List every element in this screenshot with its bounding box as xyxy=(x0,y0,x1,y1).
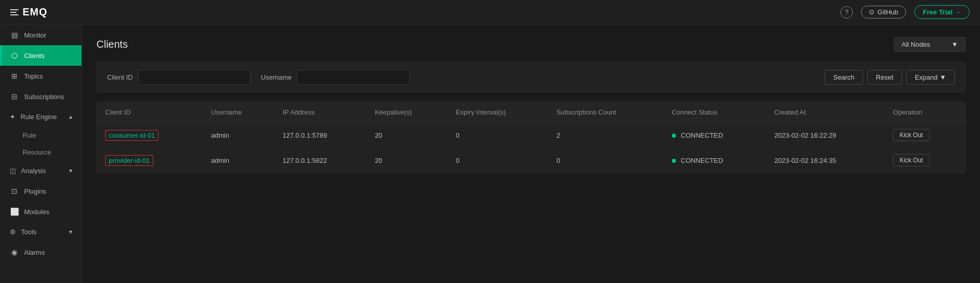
sidebar-item-rule-engine[interactable]: ✦ Rule Engine ▲ xyxy=(0,107,82,127)
search-button[interactable]: Search xyxy=(825,70,863,85)
sidebar-item-label: Monitor xyxy=(24,31,46,39)
username-input[interactable] xyxy=(297,70,410,85)
sidebar-item-label: Resource xyxy=(23,148,51,156)
cell-expiry-interval: 0 xyxy=(448,148,548,173)
col-connect-status: Connect Status xyxy=(664,102,766,123)
col-keepalive: Keepalive(s) xyxy=(367,102,448,123)
monitor-icon: ▤ xyxy=(10,31,19,39)
col-client-id: Client ID xyxy=(97,102,203,123)
plugins-icon: ⊡ xyxy=(10,187,19,195)
sidebar-item-label: Tools xyxy=(21,228,36,236)
sidebar-item-monitor[interactable]: ▤ Monitor xyxy=(0,25,82,45)
github-icon: ⊙ xyxy=(869,8,874,16)
github-label: GitHub xyxy=(877,8,898,16)
sidebar-item-analysis[interactable]: ◫ Analysis ▼ xyxy=(0,161,82,181)
main-content: Clients All Nodes ▼ Client ID Username S… xyxy=(82,25,980,283)
nodes-dropdown[interactable]: All Nodes ▼ xyxy=(894,37,966,52)
logo-text: EMQ xyxy=(23,6,48,18)
sidebar-item-resource[interactable]: Resource xyxy=(0,144,82,161)
filter-client-id-field: Client ID xyxy=(107,70,251,85)
filter-username-field: Username xyxy=(261,70,410,85)
cell-created-at: 2023-02-02 16:24:35 xyxy=(766,148,885,173)
github-button[interactable]: ⊙ GitHub xyxy=(861,6,906,18)
expand-label: Expand xyxy=(915,73,937,81)
cell-operation: Kick Out xyxy=(885,123,965,148)
topics-icon: ⊞ xyxy=(10,72,19,80)
tools-icon: ⚙ xyxy=(10,228,16,236)
clients-table-container: Client ID Username IP Address Keepalive(… xyxy=(96,102,966,173)
sidebar-item-clients[interactable]: ⬡ Clients xyxy=(0,45,82,66)
sidebar-item-topics[interactable]: ⊞ Topics xyxy=(0,66,82,86)
cell-ip-address: 127.0.0.1:5822 xyxy=(274,148,367,173)
cell-subscriptions-count: 0 xyxy=(548,148,664,173)
client-id-input[interactable] xyxy=(138,70,251,85)
help-button[interactable]: ? xyxy=(841,6,853,18)
sidebar-item-label: Subscriptions xyxy=(24,93,64,101)
sidebar-item-label: Modules xyxy=(24,208,49,216)
kick-out-button[interactable]: Kick Out xyxy=(893,129,929,141)
logo: EMQ xyxy=(10,6,48,18)
modules-icon: ⬜ xyxy=(10,207,19,216)
cell-client-id: provider-id-01 xyxy=(97,148,203,173)
reset-button[interactable]: Reset xyxy=(867,70,902,85)
sidebar-item-label: Clients xyxy=(24,52,45,60)
cell-created-at: 2023-02-02 16:22:29 xyxy=(766,123,885,148)
status-text: CONNECTED xyxy=(681,131,723,139)
client-id-label: Client ID xyxy=(107,73,133,81)
status-dot xyxy=(672,134,676,138)
sidebar-item-label: Topics xyxy=(24,72,43,80)
kick-out-button[interactable]: Kick Out xyxy=(893,154,929,166)
chevron-down-icon: ▼ xyxy=(68,168,73,174)
sidebar-item-plugins[interactable]: ⊡ Plugins xyxy=(0,181,82,201)
table-row: provider-id-01 admin 127.0.0.1:5822 20 0… xyxy=(97,148,965,173)
cell-username: admin xyxy=(203,123,274,148)
topnav-right: ? ⊙ GitHub Free Trial → xyxy=(841,5,970,19)
client-id-link[interactable]: provider-id-01 xyxy=(105,155,153,166)
status-dot xyxy=(672,159,676,163)
sidebar-item-subscriptions[interactable]: ⊟ Subscriptions xyxy=(0,86,82,107)
sidebar-item-rule[interactable]: Rule xyxy=(0,127,82,144)
col-operation: Operation xyxy=(885,102,965,123)
cell-connect-status: CONNECTED xyxy=(664,123,766,148)
topnav: EMQ ? ⊙ GitHub Free Trial → xyxy=(0,0,980,25)
sidebar-item-label: Plugins xyxy=(24,187,46,195)
analysis-icon: ◫ xyxy=(10,167,16,175)
clients-icon: ⬡ xyxy=(10,51,19,60)
cell-operation: Kick Out xyxy=(885,148,965,173)
chevron-down-icon: ▼ xyxy=(68,229,73,235)
sidebar-item-modules[interactable]: ⬜ Modules xyxy=(0,201,82,222)
sidebar-item-label: Rule Engine xyxy=(21,113,57,121)
col-username: Username xyxy=(203,102,274,123)
cell-connect-status: CONNECTED xyxy=(664,148,766,173)
sidebar-item-label: Alarms xyxy=(24,249,45,256)
cell-expiry-interval: 0 xyxy=(448,123,548,148)
filter-actions: Search Reset Expand ▼ xyxy=(825,70,955,85)
table-header-row: Client ID Username IP Address Keepalive(… xyxy=(97,102,965,123)
sidebar-item-alarms[interactable]: ◉ Alarms xyxy=(0,242,82,262)
sidebar-item-tools[interactable]: ⚙ Tools ▼ xyxy=(0,222,82,242)
chevron-down-icon: ▼ xyxy=(951,41,958,48)
subscriptions-icon: ⊟ xyxy=(10,92,19,101)
col-subscriptions-count: Subscriptions Count xyxy=(548,102,664,123)
expand-button[interactable]: Expand ▼ xyxy=(906,70,955,85)
free-trial-label: Free Trial → xyxy=(923,8,961,16)
client-id-link[interactable]: consumer-id-01 xyxy=(105,130,158,141)
main-layout: ▤ Monitor ⬡ Clients ⊞ Topics ⊟ Subscript… xyxy=(0,25,980,283)
col-created-at: Created At xyxy=(766,102,885,123)
chevron-down-icon: ▼ xyxy=(939,73,946,81)
free-trial-button[interactable]: Free Trial → xyxy=(914,5,970,19)
filter-bar: Client ID Username Search Reset Expand ▼ xyxy=(96,62,966,92)
help-icon: ? xyxy=(845,8,848,16)
col-expiry-interval: Expiry Interval(s) xyxy=(448,102,548,123)
table-row: consumer-id-01 admin 127.0.0.1:5789 20 0… xyxy=(97,123,965,148)
page-title: Clients xyxy=(96,39,128,50)
rule-engine-icon: ✦ xyxy=(10,113,15,121)
cell-subscriptions-count: 2 xyxy=(548,123,664,148)
status-text: CONNECTED xyxy=(681,157,723,164)
chevron-up-icon: ▲ xyxy=(68,114,73,120)
content-header: Clients All Nodes ▼ xyxy=(96,37,966,52)
cell-client-id: consumer-id-01 xyxy=(97,123,203,148)
sidebar-item-label: Analysis xyxy=(21,167,46,175)
sidebar: ▤ Monitor ⬡ Clients ⊞ Topics ⊟ Subscript… xyxy=(0,25,82,283)
col-ip-address: IP Address xyxy=(274,102,367,123)
